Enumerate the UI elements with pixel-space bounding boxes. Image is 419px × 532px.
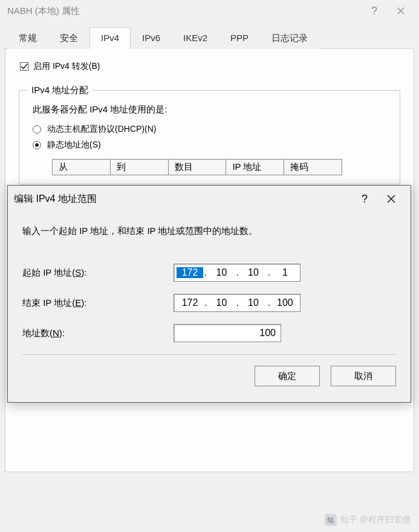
tab-security[interactable]: 安全 <box>48 27 89 49</box>
end-ip-row: 结束 IP 地址(E): . . . <box>22 294 396 312</box>
start-ip-octet-1[interactable] <box>177 267 203 278</box>
static-pool-table-header: 从 到 数目 IP 地址 掩码 <box>52 159 342 175</box>
separator <box>22 354 396 355</box>
zhihu-logo-icon: 知 <box>325 514 337 526</box>
count-label: 地址数(N): <box>22 328 174 339</box>
checkbox-icon <box>20 62 28 71</box>
dialog-titlebar: 编辑 IPv4 地址范围 ? <box>8 186 411 212</box>
col-mask: 掩码 <box>284 160 342 175</box>
end-ip-octet-4[interactable] <box>271 297 298 308</box>
window-titlebar: NABH (本地) 属性 ? <box>0 0 419 22</box>
ipv4-assign-desc: 此服务器分配 IPv4 地址使用的是: <box>33 104 391 115</box>
tab-general[interactable]: 常规 <box>7 27 48 49</box>
enable-ipv4-forward-label: 启用 IPv4 转发(B) <box>33 61 100 72</box>
cancel-button[interactable]: 取消 <box>331 366 396 386</box>
count-row: 地址数(N): <box>22 324 396 342</box>
watermark: 知 知乎 @程序扫雷僧 <box>325 514 411 526</box>
dot-icon: . <box>267 297 271 308</box>
dialog-title: 编辑 IPv4 地址范围 <box>14 193 351 206</box>
col-count: 数目 <box>169 160 227 175</box>
radio-static-label: 静态地址池(S) <box>47 140 101 151</box>
dot-icon: . <box>203 297 208 308</box>
watermark-text: 知乎 @程序扫雷僧 <box>340 514 411 525</box>
close-icon <box>386 194 396 204</box>
start-ip-label: 起始 IP 地址(S): <box>22 267 174 279</box>
col-ip: IP 地址 <box>226 160 284 175</box>
end-ip-octet-3[interactable] <box>240 297 267 308</box>
close-icon <box>397 7 405 15</box>
start-ip-input[interactable]: . . . <box>174 264 300 282</box>
radio-dhcp[interactable]: 动态主机配置协议(DHCP)(N) <box>33 124 391 135</box>
ipv4-assign-group-title: IPv4 地址分配 <box>28 85 92 96</box>
dialog-description: 输入一个起始 IP 地址，和结束 IP 地址或范围中的地址数。 <box>22 225 396 237</box>
end-ip-label: 结束 IP 地址(E): <box>22 297 174 309</box>
end-ip-octet-2[interactable] <box>208 297 235 308</box>
tab-ipv4[interactable]: IPv4 <box>89 27 131 49</box>
count-input[interactable] <box>174 324 281 342</box>
dot-icon: . <box>267 267 271 278</box>
edit-ip-range-dialog: 编辑 IPv4 地址范围 ? 输入一个起始 IP 地址，和结束 IP 地址或范围… <box>7 185 411 403</box>
start-ip-octet-4[interactable] <box>271 267 298 278</box>
end-ip-input[interactable]: . . . <box>174 294 300 312</box>
close-button[interactable] <box>388 1 414 21</box>
radio-icon <box>33 141 41 149</box>
start-ip-octet-3[interactable] <box>240 267 267 278</box>
radio-icon <box>33 125 41 134</box>
dialog-close-button[interactable] <box>378 189 404 209</box>
tab-strip: 常规 安全 IPv4 IPv6 IKEv2 PPP 日志记录 <box>5 27 414 49</box>
tab-ppp[interactable]: PPP <box>219 27 260 49</box>
dot-icon: . <box>235 267 239 278</box>
ipv4-assign-group: IPv4 地址分配 此服务器分配 IPv4 地址使用的是: 动态主机配置协议(D… <box>19 90 400 184</box>
dot-icon: . <box>203 267 208 278</box>
tab-logging[interactable]: 日志记录 <box>260 27 319 49</box>
col-to: 到 <box>111 160 169 175</box>
tab-ikev2[interactable]: IKEv2 <box>172 27 219 49</box>
dot-icon: . <box>235 297 239 308</box>
start-ip-row: 起始 IP 地址(S): . . . <box>22 264 396 282</box>
end-ip-octet-1[interactable] <box>177 297 203 308</box>
start-ip-octet-2[interactable] <box>208 267 235 278</box>
help-button[interactable]: ? <box>361 1 388 21</box>
dialog-help-button[interactable]: ? <box>351 189 378 209</box>
tab-ipv6[interactable]: IPv6 <box>131 27 172 49</box>
window-title: NABH (本地) 属性 <box>5 5 361 17</box>
enable-ipv4-forward-row[interactable]: 启用 IPv4 转发(B) <box>15 61 404 72</box>
radio-dhcp-label: 动态主机配置协议(DHCP)(N) <box>47 124 156 135</box>
col-from: 从 <box>53 160 111 175</box>
dialog-button-row: 确定 取消 <box>22 366 396 391</box>
ok-button[interactable]: 确定 <box>255 366 320 386</box>
radio-static[interactable]: 静态地址池(S) <box>33 140 391 151</box>
dialog-body: 输入一个起始 IP 地址，和结束 IP 地址或范围中的地址数。 起始 IP 地址… <box>8 212 411 402</box>
